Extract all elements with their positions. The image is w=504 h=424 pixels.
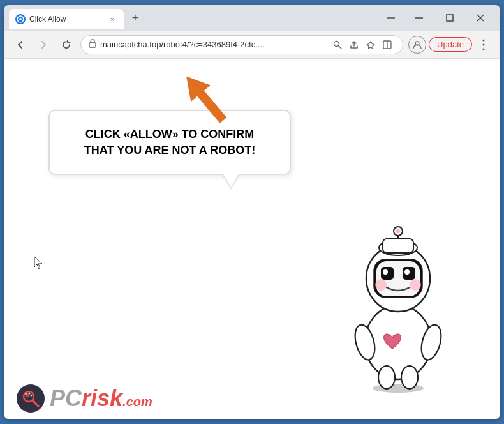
minimize-button[interactable] (404, 8, 434, 27)
new-tab-button[interactable]: + (126, 9, 144, 27)
nav-right-controls: Update (408, 36, 493, 54)
svg-point-28 (410, 279, 421, 291)
svg-point-15 (483, 48, 485, 50)
pcrisk-brand-text: PCrisk.com (50, 385, 152, 412)
address-bar[interactable]: maincaptcha.top/robot4/?c=343689f4-2cfc.… (80, 35, 403, 54)
pcrisk-watermark: PCrisk.com (17, 384, 152, 413)
bubble-text: CLICK «ALLOW» TO CONFIRM THAT YOU ARE NO… (69, 126, 271, 158)
svg-point-37 (396, 229, 400, 233)
tab-title: Click Allow (29, 15, 103, 24)
com-text: .com (122, 395, 152, 409)
browser-menu-button[interactable] (475, 36, 493, 54)
browser-window: Click Allow × + (4, 5, 500, 419)
svg-point-43 (25, 393, 27, 395)
navigation-bar: maincaptcha.top/robot4/?c=343689f4-2cfc.… (4, 31, 500, 59)
svg-point-31 (386, 270, 388, 272)
svg-point-27 (375, 279, 387, 291)
tab-close-button[interactable]: × (107, 14, 117, 24)
share-icon[interactable] (346, 37, 362, 52)
svg-point-45 (31, 395, 33, 397)
orange-arrow-container (176, 66, 233, 133)
pc-text: PC (50, 385, 82, 411)
window-controls (386, 8, 495, 27)
robot-character (334, 221, 475, 400)
svg-point-22 (401, 366, 418, 389)
close-button[interactable] (466, 8, 495, 27)
tab-favicon (15, 14, 26, 24)
svg-marker-16 (177, 68, 233, 129)
svg-point-13 (483, 39, 485, 41)
page-content: CLICK «ALLOW» TO CONFIRM THAT YOU ARE NO… (4, 59, 500, 419)
tab-area: Click Allow × + (9, 5, 386, 31)
split-screen-icon[interactable] (380, 37, 395, 52)
svg-point-34 (408, 270, 410, 272)
robot-svg (334, 221, 462, 393)
svg-point-1 (19, 18, 22, 20)
svg-point-40 (19, 386, 43, 411)
svg-marker-9 (367, 42, 374, 49)
profile-button[interactable] (408, 36, 426, 54)
pcrisk-logo (17, 384, 45, 413)
svg-rect-6 (89, 43, 96, 47)
pcrisk-logo-svg (18, 386, 43, 411)
update-button[interactable]: Update (429, 37, 472, 52)
svg-rect-39 (383, 239, 413, 253)
browser-tab[interactable]: Click Allow × (9, 9, 124, 29)
address-actions (330, 37, 395, 52)
url-text: maincaptcha.top/robot4/?c=343689f4-2cfc.… (100, 40, 326, 49)
lock-icon (89, 39, 96, 50)
search-icon[interactable] (330, 37, 345, 52)
minimize-button-area (386, 14, 396, 22)
orange-arrow (176, 66, 233, 130)
svg-rect-3 (447, 15, 453, 21)
bookmark-icon[interactable] (363, 37, 378, 52)
svg-point-44 (29, 393, 31, 395)
svg-point-14 (483, 43, 485, 45)
back-button[interactable] (11, 36, 29, 54)
forward-button[interactable] (34, 36, 52, 54)
cursor-svg (34, 257, 45, 269)
speech-bubble: CLICK «ALLOW» TO CONFIRM THAT YOU ARE NO… (48, 110, 291, 175)
risk-text: risk (82, 385, 122, 411)
svg-point-21 (378, 366, 395, 389)
svg-line-8 (339, 45, 342, 49)
maximize-button[interactable] (435, 8, 464, 27)
reload-button[interactable] (57, 36, 75, 54)
title-bar: Click Allow × + (4, 5, 500, 31)
